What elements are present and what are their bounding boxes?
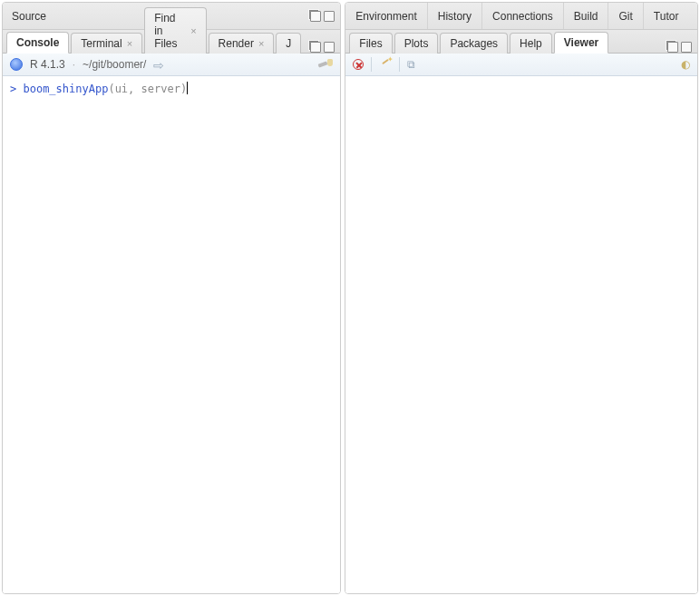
restore-icon[interactable] [310,11,321,22]
tab-label: J [286,37,291,50]
tab-viewer[interactable]: Viewer [554,32,608,54]
upper-right-tabs: Environment History Connections Build Gi… [345,3,697,30]
tab-build[interactable]: Build [564,3,609,29]
source-pane-title: Source [8,10,50,23]
lower-right-tabstrip: Files Plots Packages Help Viewer [345,30,697,54]
r-logo-icon [10,58,23,71]
source-window-controls[interactable] [308,11,335,22]
console-call-args: ui, server [115,83,180,95]
tab-label: Find in Files [154,12,186,50]
tab-console[interactable]: Console [6,32,69,54]
tab-find-in-files[interactable]: Find in Files × [144,7,206,54]
tab-terminal[interactable]: Terminal × [71,33,142,54]
console-tabstrip: Console Terminal × Find in Files × Rende… [3,30,340,54]
toolbar-divider [399,57,400,72]
tab-environment[interactable]: Environment [345,3,427,29]
tab-packages[interactable]: Packages [440,33,508,54]
close-icon[interactable]: × [190,26,196,36]
maximize-icon[interactable] [324,42,335,53]
tab-label: Render [219,37,254,50]
maximize-icon[interactable] [324,11,335,22]
tab-render[interactable]: Render × [209,33,275,54]
console-info-bar: R 4.1.3 · ~/git/boomer/ ⇨ [3,54,340,76]
tab-files[interactable]: Files [349,33,392,54]
close-icon[interactable]: × [127,39,132,49]
clear-viewer-icon[interactable] [379,59,392,70]
viewer-window-controls[interactable] [666,42,692,53]
toolbar-divider [371,57,372,72]
paren-close: ) [180,83,187,95]
working-directory[interactable]: ~/git/boomer/ [83,58,146,71]
tab-label: Console [16,36,59,49]
console-output[interactable]: > boom_shinyApp(ui, server) [3,76,340,593]
console-window-controls[interactable] [308,42,335,53]
viewer-content [345,76,697,593]
tab-jobs-truncated[interactable]: J [276,33,301,54]
close-icon[interactable]: × [258,39,264,49]
right-pane: Environment History Connections Build Gi… [345,2,698,594]
sync-icon[interactable]: ◐ [681,58,690,71]
tab-plots[interactable]: Plots [394,33,439,54]
tab-connections[interactable]: Connections [482,3,564,29]
prompt-symbol: > [10,83,16,95]
restore-icon[interactable] [667,42,678,53]
clear-console-icon[interactable] [318,59,333,70]
tab-git[interactable]: Git [608,3,643,29]
tab-history[interactable]: History [428,3,482,29]
r-version-label: R 4.1.3 [30,58,65,71]
left-pane: Source Console Terminal × Find in Files … [2,2,341,594]
console-call-func: boom_shinyApp [23,83,108,95]
go-to-dir-icon[interactable]: ⇨ [153,58,164,73]
popout-icon[interactable]: ⧉ [407,58,415,71]
rstudio-window: Source Console Terminal × Find in Files … [0,0,700,596]
maximize-icon[interactable] [681,42,692,53]
viewer-toolbar: ⧉ ◐ [345,54,697,76]
separator-dot: · [73,58,75,71]
stop-icon[interactable] [353,59,364,70]
restore-icon[interactable] [310,42,321,53]
tab-label: Terminal [81,37,122,50]
paren-open: ( [108,83,114,95]
tab-help[interactable]: Help [510,33,552,54]
tab-tutorial-truncated[interactable]: Tutor [644,3,689,29]
text-cursor [187,82,188,94]
